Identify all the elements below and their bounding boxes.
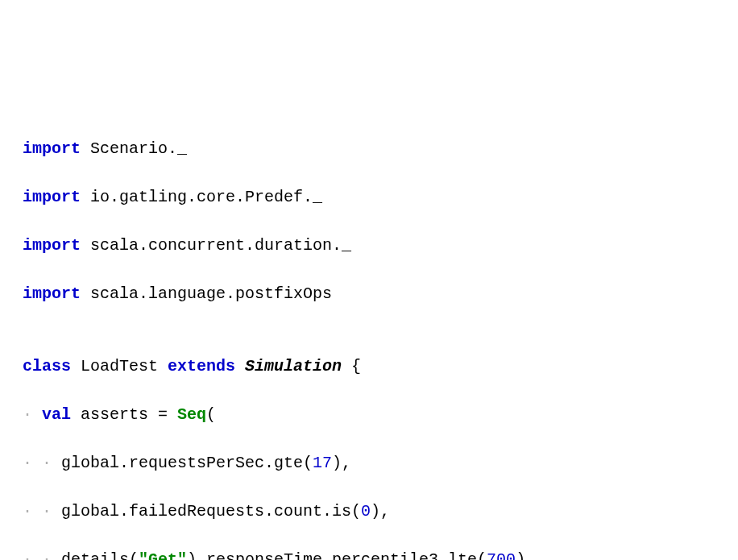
code-text: Scenario._ xyxy=(81,139,187,158)
number-literal: 0 xyxy=(361,502,371,521)
code-line: class LoadTest extends Simulation { xyxy=(23,355,715,379)
code-text: scala.language.postfixOps xyxy=(81,284,332,303)
keyword-import: import xyxy=(23,236,81,255)
code-line: · val asserts = Seq( xyxy=(23,403,715,427)
keyword-val: val xyxy=(42,405,71,424)
code-line: · · global.failedRequests.count.is(0), xyxy=(23,500,715,524)
code-line: import scala.concurrent.duration._ xyxy=(23,234,715,258)
code-text: io.gatling.core.Predef._ xyxy=(81,188,322,206)
type-name: Simulation xyxy=(235,357,351,375)
paren: ( xyxy=(206,405,216,424)
code-text: global.failedRequests.count.is( xyxy=(61,502,361,521)
var-name: asserts = xyxy=(71,405,177,424)
code-text: scala.concurrent.duration._ xyxy=(81,236,351,255)
class-name: LoadTest xyxy=(71,357,168,375)
number-literal: 17 xyxy=(313,454,332,472)
keyword-import: import xyxy=(23,188,81,206)
type-seq: Seq xyxy=(177,405,206,424)
whitespace-dots: · xyxy=(23,405,42,424)
code-text: ) xyxy=(516,550,525,560)
code-block: import Scenario._ import io.gatling.core… xyxy=(23,113,715,560)
string-literal: "Get" xyxy=(139,550,187,560)
brace: { xyxy=(351,357,361,375)
code-line: import io.gatling.core.Predef._ xyxy=(23,185,715,209)
whitespace-dots: · · xyxy=(23,550,61,560)
code-line: · · global.requestsPerSec.gte(17), xyxy=(23,451,715,475)
code-text: ), xyxy=(371,502,390,521)
keyword-import: import xyxy=(23,139,81,158)
code-line: import scala.language.postfixOps xyxy=(23,282,715,306)
number-literal: 700 xyxy=(487,550,516,560)
code-text: ), xyxy=(332,454,351,472)
code-line: import Scenario._ xyxy=(23,137,715,161)
code-line: · · details("Get").responseTime.percenti… xyxy=(23,548,715,560)
keyword-class: class xyxy=(23,357,71,375)
code-text: details( xyxy=(61,550,139,560)
keyword-extends: extends xyxy=(168,357,235,375)
code-text: global.requestsPerSec.gte( xyxy=(61,454,313,472)
whitespace-dots: · · xyxy=(23,454,61,472)
whitespace-dots: · · xyxy=(23,502,61,521)
keyword-import: import xyxy=(23,284,81,303)
code-text: ).responseTime.percentile3.lte( xyxy=(187,550,487,560)
